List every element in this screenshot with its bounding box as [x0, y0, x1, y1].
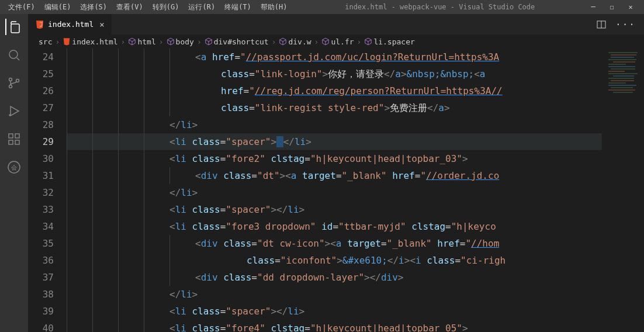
- code-editor[interactable]: 2425262728293031323334353637383940 <a hr…: [28, 49, 602, 332]
- breadcrumb-separator-icon: ›: [313, 37, 321, 46]
- breadcrumb-item[interactable]: index.html: [72, 37, 117, 46]
- symbol-icon: [364, 37, 372, 46]
- code-line[interactable]: </li>: [67, 286, 602, 303]
- breadcrumb-separator-icon: ›: [119, 37, 127, 46]
- symbol-icon: [205, 37, 213, 46]
- code-line[interactable]: <div class="dd dropdown-layer"></div>: [67, 269, 602, 286]
- line-gutter: 2425262728293031323334353637383940: [28, 49, 67, 332]
- symbol-icon: [321, 37, 330, 46]
- tab-label: index.html: [48, 20, 94, 29]
- svg-point-4: [9, 115, 11, 116]
- window-title: index.html - webpack-vue - Visual Studio…: [291, 3, 590, 11]
- code-line[interactable]: <div class="dt cw-icon"><a target="_blan…: [67, 235, 602, 252]
- menu-item[interactable]: 运行(R): [185, 2, 219, 12]
- code-line[interactable]: <li class="spacer"> </li>: [67, 133, 602, 150]
- minimap[interactable]: [602, 49, 644, 332]
- svg-text:会: 会: [11, 164, 17, 171]
- symbol-icon: [128, 37, 136, 46]
- breadcrumb-item[interactable]: html: [137, 37, 155, 46]
- code-line[interactable]: class="link-regist style-red">免费注册</a>: [67, 99, 602, 116]
- symbol-icon: [167, 37, 175, 46]
- menu-item[interactable]: 转到(G): [149, 2, 183, 12]
- activity-bar: 会: [0, 14, 28, 332]
- source-control-icon[interactable]: [6, 75, 22, 91]
- code-content[interactable]: <a href="//passport.jd.com/uc/login?Retu…: [67, 49, 602, 332]
- menu-item[interactable]: 文件(F): [5, 2, 39, 12]
- tab-close-icon[interactable]: ×: [99, 20, 104, 29]
- code-line[interactable]: href="//reg.jd.com/reg/person?ReturnUrl=…: [67, 82, 602, 99]
- breadcrumb-separator-icon: ›: [355, 37, 363, 46]
- extensions-icon[interactable]: [6, 131, 22, 147]
- svg-rect-7: [15, 140, 19, 144]
- code-line[interactable]: <div class="dt"><a target="_blank" href=…: [67, 167, 602, 184]
- svg-point-1: [9, 78, 12, 81]
- svg-rect-8: [15, 134, 19, 138]
- menu-item[interactable]: 编辑(E): [41, 2, 75, 12]
- explorer-icon[interactable]: [5, 19, 22, 35]
- breadcrumb-item[interactable]: ul.fr: [331, 37, 354, 46]
- run-debug-icon[interactable]: [6, 103, 22, 119]
- breadcrumb-item[interactable]: li.spacer: [373, 37, 414, 46]
- breadcrumbs[interactable]: src› index.html› html› body› div#shortcu…: [28, 34, 644, 49]
- svg-point-3: [16, 79, 19, 82]
- breadcrumb-item[interactable]: src: [39, 37, 52, 46]
- menu-item[interactable]: 帮助(H): [257, 2, 291, 12]
- maximize-button[interactable]: ☐: [608, 3, 616, 11]
- titlebar: 文件(F)编辑(E)选择(S)查看(V)转到(G)运行(R)终端(T)帮助(H)…: [0, 0, 644, 14]
- menubar: 文件(F)编辑(E)选择(S)查看(V)转到(G)运行(R)终端(T)帮助(H): [5, 2, 291, 12]
- html-file-icon: [63, 37, 71, 46]
- breadcrumb-item[interactable]: div.w: [288, 37, 311, 46]
- svg-rect-6: [9, 140, 13, 144]
- html-file-icon: [35, 20, 44, 29]
- close-button[interactable]: ✕: [626, 3, 635, 11]
- symbol-icon: [279, 37, 287, 46]
- code-line[interactable]: <li class="spacer"></li>: [67, 303, 602, 320]
- account-icon[interactable]: 会: [6, 159, 22, 175]
- code-line[interactable]: </li>: [67, 116, 602, 133]
- code-line[interactable]: <a href="//passport.jd.com/uc/login?Retu…: [67, 49, 602, 65]
- breadcrumb-separator-icon: ›: [53, 37, 61, 46]
- menu-item[interactable]: 查看(V): [113, 2, 147, 12]
- code-line[interactable]: <li class="fore2" clstag="h|keycount|hea…: [67, 150, 602, 167]
- tab-index-html[interactable]: index.html ×: [28, 14, 112, 34]
- breadcrumb-item[interactable]: body: [176, 37, 194, 46]
- svg-point-0: [9, 50, 18, 58]
- search-icon[interactable]: [6, 47, 22, 63]
- minimize-button[interactable]: ─: [589, 3, 597, 11]
- tab-bar: index.html × ···: [28, 14, 644, 34]
- code-line[interactable]: <li class="fore3 dropdown" id="ttbar-myj…: [67, 218, 602, 235]
- svg-point-2: [9, 85, 12, 88]
- svg-rect-5: [9, 134, 13, 138]
- window-controls: ─ ☐ ✕: [589, 3, 639, 11]
- menu-item[interactable]: 终端(T): [221, 2, 255, 12]
- breadcrumb-separator-icon: ›: [157, 37, 165, 46]
- code-line[interactable]: class="iconfont">&#xe610;</i><i class="c…: [67, 252, 602, 269]
- menu-item[interactable]: 选择(S): [77, 2, 110, 12]
- code-line[interactable]: <li class="fore4" clstag="h|keycount|hea…: [67, 320, 602, 332]
- more-actions-icon[interactable]: ···: [615, 19, 636, 30]
- code-line[interactable]: class="link-login">你好，请登录</a>&nbsp;&nbsp…: [67, 65, 602, 82]
- code-line[interactable]: <li class="spacer"></li>: [67, 201, 602, 218]
- code-line[interactable]: </li>: [67, 184, 602, 201]
- split-editor-icon[interactable]: [597, 20, 606, 29]
- breadcrumb-item[interactable]: div#shortcut: [214, 37, 269, 46]
- breadcrumb-separator-icon: ›: [195, 37, 203, 46]
- breadcrumb-separator-icon: ›: [270, 37, 278, 46]
